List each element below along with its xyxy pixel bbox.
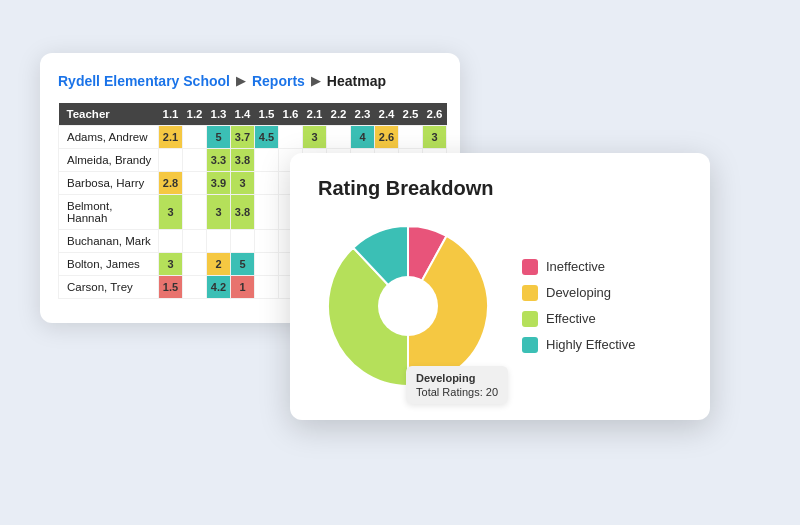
breadcrumb: Rydell Elementary School ▶ Reports ▶ Hea… [58,73,442,89]
teacher-name: Belmont, Hannah [59,194,159,229]
legend-item: Effective [522,311,635,327]
heatmap-cell: 3 [159,194,183,229]
heatmap-cell [327,125,351,148]
rating-content: Developing Total Ratings: 20 Ineffective… [318,216,682,396]
col-1-4: 1.4 [231,103,255,126]
col-1-5: 1.5 [255,103,279,126]
heatmap-cell: 3 [423,125,447,148]
heatmap-cell [159,148,183,171]
heatmap-cell: 4.2 [207,275,231,298]
teacher-name: Bolton, James [59,252,159,275]
legend-item: Developing [522,285,635,301]
pie-tooltip: Developing Total Ratings: 20 [406,366,508,404]
col-1-2: 1.2 [183,103,207,126]
heatmap-cell [183,125,207,148]
breadcrumb-heatmap: Heatmap [327,73,386,89]
legend-swatch [522,259,538,275]
teacher-name: Adams, Andrew [59,125,159,148]
legend-swatch [522,311,538,327]
breadcrumb-reports[interactable]: Reports [252,73,305,89]
heatmap-cell [183,194,207,229]
heatmap-cell: 3.9 [207,171,231,194]
col-2-1: 2.1 [303,103,327,126]
breadcrumb-sep-1: ▶ [236,73,246,88]
table-row: Adams, Andrew2.153.74.5342.63 [59,125,447,148]
pie-container: Developing Total Ratings: 20 [318,216,498,396]
heatmap-cell: 3.8 [231,194,255,229]
heatmap-cell: 3 [159,252,183,275]
heatmap-cell: 4 [351,125,375,148]
heatmap-cell [399,125,423,148]
teacher-name: Buchanan, Mark [59,229,159,252]
col-2-6: 2.6 [423,103,447,126]
legend-label: Developing [546,285,611,300]
col-1-3: 1.3 [207,103,231,126]
col-2-5: 2.5 [399,103,423,126]
breadcrumb-sep-2: ▶ [311,73,321,88]
heatmap-cell [183,252,207,275]
heatmap-cell: 5 [207,125,231,148]
legend-label: Effective [546,311,596,326]
heatmap-cell [255,229,279,252]
heatmap-cell: 3.8 [231,148,255,171]
legend-swatch [522,285,538,301]
heatmap-cell [183,275,207,298]
heatmap-cell: 5 [231,252,255,275]
heatmap-cell [231,229,255,252]
teacher-name: Almeida, Brandy [59,148,159,171]
heatmap-cell [183,171,207,194]
legend-swatch [522,337,538,353]
rating-card: Rating Breakdown Developing Total Rating… [290,153,710,420]
col-1-1: 1.1 [159,103,183,126]
rating-title: Rating Breakdown [318,177,682,200]
heatmap-cell [159,229,183,252]
heatmap-cell [255,194,279,229]
legend-item: Ineffective [522,259,635,275]
heatmap-cell: 2 [207,252,231,275]
heatmap-cell: 3 [303,125,327,148]
tooltip-sub: Total Ratings: 20 [416,386,498,398]
heatmap-cell [255,252,279,275]
col-2-3: 2.3 [351,103,375,126]
breadcrumb-school[interactable]: Rydell Elementary School [58,73,230,89]
legend-label: Ineffective [546,259,605,274]
legend: IneffectiveDevelopingEffectiveHighly Eff… [522,259,635,353]
heatmap-cell: 3.7 [231,125,255,148]
teacher-name: Carson, Trey [59,275,159,298]
heatmap-cell [255,275,279,298]
heatmap-cell: 3 [207,194,231,229]
heatmap-cell: 3 [231,171,255,194]
heatmap-cell [255,171,279,194]
legend-item: Highly Effective [522,337,635,353]
heatmap-cell [255,148,279,171]
legend-label: Highly Effective [546,337,635,352]
heatmap-cell: 2.8 [159,171,183,194]
tooltip-label: Developing [416,372,498,384]
heatmap-cell: 4.5 [255,125,279,148]
heatmap-cell: 3.3 [207,148,231,171]
heatmap-cell: 1.5 [159,275,183,298]
heatmap-cell [183,229,207,252]
col-2-2: 2.2 [327,103,351,126]
col-2-4: 2.4 [375,103,399,126]
heatmap-cell: 2.1 [159,125,183,148]
heatmap-cell [183,148,207,171]
heatmap-cell [279,125,303,148]
heatmap-cell [207,229,231,252]
heatmap-cell: 2.6 [375,125,399,148]
teacher-name: Barbosa, Harry [59,171,159,194]
heatmap-cell: 1 [231,275,255,298]
col-1-6: 1.6 [279,103,303,126]
col-teacher: Teacher [59,103,159,126]
svg-point-0 [378,276,438,336]
